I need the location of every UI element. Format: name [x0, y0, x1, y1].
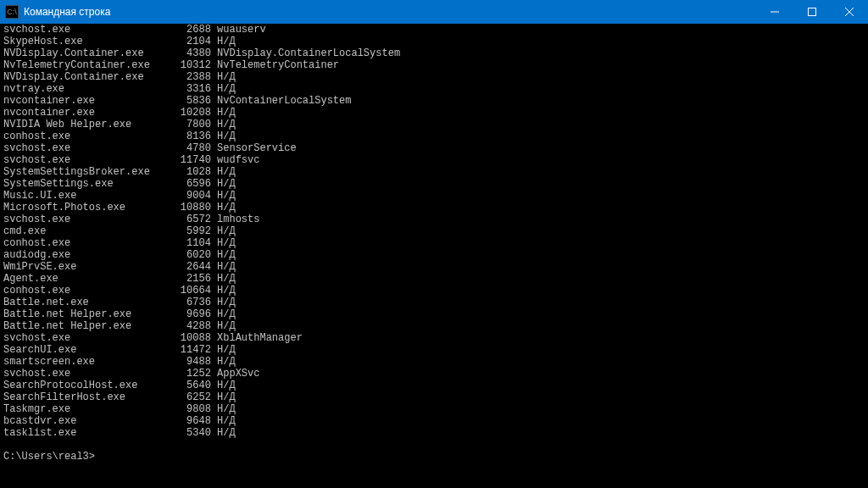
- close-icon: [845, 8, 854, 16]
- window-title: Командная строка: [24, 6, 110, 18]
- minimize-button[interactable]: [756, 0, 793, 24]
- process-row: SystemSettingsBroker.exe 1028 Н/Д: [3, 166, 865, 178]
- process-row: SearchUI.exe 11472 Н/Д: [3, 344, 865, 356]
- minimize-icon: [771, 8, 779, 16]
- command-prompt[interactable]: C:\Users\real3>: [3, 451, 865, 463]
- process-row: nvcontainer.exe 10208 Н/Д: [3, 107, 865, 119]
- terminal-output[interactable]: svchost.exe 2688 wuauservSkypeHost.exe 2…: [0, 24, 868, 488]
- command-prompt-window: C:\ Командная строка svchost.exe 2688 wu…: [0, 0, 868, 488]
- process-row: Battle.net.exe 6736 Н/Д: [3, 297, 865, 308]
- cmd-icon: C:\: [5, 5, 19, 19]
- process-row: Agent.exe 2156 Н/Д: [3, 273, 865, 285]
- titlebar[interactable]: C:\ Командная строка: [0, 0, 868, 24]
- process-row: smartscreen.exe 9488 Н/Д: [3, 356, 865, 368]
- process-row: svchost.exe 6572 lmhosts: [3, 214, 865, 225]
- svg-rect-1: [809, 8, 816, 16]
- process-row: NVDisplay.Container.exe 2388 Н/Д: [3, 71, 865, 83]
- process-row: conhost.exe 8136 Н/Д: [3, 130, 865, 142]
- process-row: Battle.net Helper.exe 9696 Н/Д: [3, 308, 865, 320]
- process-row: Music.UI.exe 9004 Н/Д: [3, 190, 865, 202]
- process-row: cmd.exe 5992 Н/Д: [3, 225, 865, 237]
- maximize-icon: [808, 8, 816, 16]
- close-button[interactable]: [831, 0, 868, 24]
- blank-line: [3, 439, 865, 451]
- process-row: nvcontainer.exe 5836 NvContainerLocalSys…: [3, 95, 865, 107]
- process-row: conhost.exe 1104 Н/Д: [3, 237, 865, 249]
- process-row: Battle.net Helper.exe 4288 Н/Д: [3, 320, 865, 332]
- process-row: audiodg.exe 6020 Н/Д: [3, 249, 865, 261]
- process-row: conhost.exe 10664 Н/Д: [3, 285, 865, 297]
- process-row: svchost.exe 4780 SensorService: [3, 142, 865, 154]
- process-row: NVDisplay.Container.exe 4380 NVDisplay.C…: [3, 47, 865, 59]
- process-row: svchost.exe 10088 XblAuthManager: [3, 332, 865, 344]
- process-row: nvtray.exe 3316 Н/Д: [3, 83, 865, 95]
- process-row: SkypeHost.exe 2104 Н/Д: [3, 36, 865, 47]
- window-controls: [756, 0, 868, 24]
- process-row: Taskmgr.exe 9808 Н/Д: [3, 403, 865, 415]
- process-row: SearchProtocolHost.exe 5640 Н/Д: [3, 380, 865, 391]
- process-row: SearchFilterHost.exe 6252 Н/Д: [3, 391, 865, 403]
- maximize-button[interactable]: [793, 0, 831, 24]
- titlebar-left: C:\ Командная строка: [5, 5, 110, 19]
- process-row: svchost.exe 11740 wudfsvc: [3, 154, 865, 166]
- process-row: WmiPrvSE.exe 2644 Н/Д: [3, 261, 865, 273]
- process-row: svchost.exe 1252 AppXSvc: [3, 368, 865, 380]
- process-row: Microsoft.Photos.exe 10880 Н/Д: [3, 202, 865, 214]
- process-row: svchost.exe 2688 wuauserv: [3, 24, 865, 36]
- process-row: NVIDIA Web Helper.exe 7800 Н/Д: [3, 119, 865, 130]
- process-row: SystemSettings.exe 6596 Н/Д: [3, 178, 865, 190]
- process-row: NvTelemetryContainer.exe 10312 NvTelemet…: [3, 59, 865, 71]
- process-row: bcastdvr.exe 9648 Н/Д: [3, 415, 865, 427]
- process-row: tasklist.exe 5340 Н/Д: [3, 427, 865, 439]
